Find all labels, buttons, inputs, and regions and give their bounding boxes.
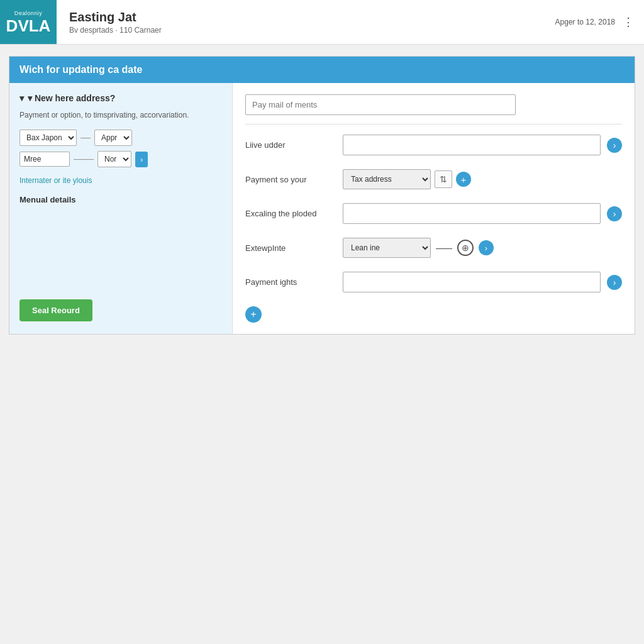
save-record-button[interactable]: Seal Reourd bbox=[19, 299, 92, 321]
main-card: Wich for updating ca date ▾ ▾ New here a… bbox=[9, 56, 635, 335]
connector-dashed: —— bbox=[436, 243, 452, 253]
field-excaling: Excaling the ploded › bbox=[245, 203, 622, 224]
link-internater[interactable]: Internater or ite ylouis bbox=[19, 176, 92, 185]
label-excaling: Excaling the ploded bbox=[245, 209, 336, 218]
select-tax-address-container: Tax address ⇅ + bbox=[343, 169, 471, 189]
dropdown-row-2: —— Nor › bbox=[19, 151, 222, 167]
circle-btn-excaling[interactable]: › bbox=[607, 206, 622, 221]
field-payment-ights: Payment ights › bbox=[245, 272, 622, 292]
label-liive-udder: Liive udder bbox=[245, 140, 336, 150]
card-body: ▾ ▾ New here address? Payment or option,… bbox=[9, 83, 635, 334]
header-right: Apger to 12, 2018 ⋮ bbox=[555, 15, 644, 29]
down-circle-icon[interactable]: ⊕ bbox=[457, 240, 474, 256]
dropdown-appr[interactable]: Appr bbox=[94, 130, 132, 146]
circle-btn-liive-udder[interactable]: › bbox=[607, 138, 622, 153]
field-payment-so-your: Payment so your Tax address ⇅ + bbox=[245, 169, 622, 189]
input-excaling[interactable] bbox=[343, 203, 601, 224]
logo-box: Dealonniy DVLA bbox=[0, 0, 57, 44]
page-title: Easting Jat bbox=[69, 10, 162, 25]
right-panel: Liive udder › Payment so your Tax addres… bbox=[233, 83, 635, 334]
card-header-title: Wich for updating ca date bbox=[19, 64, 142, 75]
input-mree[interactable] bbox=[19, 152, 70, 167]
section-title: ▾ ▾ New here address? bbox=[19, 93, 222, 103]
add-row-button[interactable]: + bbox=[245, 306, 262, 323]
select-lean-ine[interactable]: Lean ine bbox=[343, 238, 431, 258]
manual-details-title: Menual details bbox=[19, 195, 222, 204]
blue-arrow-button[interactable]: › bbox=[135, 152, 148, 167]
plus-btn-payment[interactable]: + bbox=[456, 172, 471, 187]
input-payment-ights[interactable] bbox=[343, 272, 601, 292]
description-text: Payment or option, to timsprivating, acc… bbox=[19, 109, 222, 121]
header-title-area: Easting Jat Bv desprtads · 110 Carnaer bbox=[57, 3, 174, 42]
connector-line: — bbox=[80, 132, 91, 143]
page-subtitle: Bv desprtads · 110 Carnaer bbox=[69, 26, 162, 35]
left-panel: ▾ ▾ New here address? Payment or option,… bbox=[9, 83, 233, 334]
top-input[interactable] bbox=[245, 94, 516, 115]
app-header: Dealonniy DVLA Easting Jat Bv desprtads … bbox=[0, 0, 644, 45]
connector-line-2: —— bbox=[74, 153, 94, 165]
field-extewpinte: ExtewpInte Lean ine —— ⊕ › bbox=[245, 238, 622, 258]
field-liive-udder: Liive udder › bbox=[245, 135, 622, 155]
card-header: Wich for updating ca date bbox=[9, 57, 635, 83]
dropdown-bax-japon[interactable]: Bax Japon bbox=[19, 130, 77, 146]
header-date: Apger to 12, 2018 bbox=[555, 18, 615, 26]
section-label: ▾ New here address? bbox=[28, 93, 115, 103]
section-arrow-icon: ▾ bbox=[19, 93, 24, 103]
label-payment-ights: Payment ights bbox=[245, 277, 336, 287]
select-tax-address[interactable]: Tax address bbox=[343, 169, 431, 189]
dropdown-row-1: Bax Japon — Appr bbox=[19, 130, 222, 146]
more-options-icon[interactable]: ⋮ bbox=[623, 15, 634, 29]
dropdown-nor[interactable]: Nor bbox=[97, 151, 131, 167]
circle-btn-payment-ights[interactable]: › bbox=[607, 275, 622, 290]
top-input-row bbox=[245, 94, 622, 125]
blue-arrow-extewp[interactable]: › bbox=[479, 240, 494, 255]
label-extewpinte: ExtewpInte bbox=[245, 243, 336, 253]
extewpinte-controls: Lean ine —— ⊕ › bbox=[343, 238, 494, 258]
sort-arrows-icon[interactable]: ⇅ bbox=[435, 170, 452, 188]
logo-top-text: Dealonniy bbox=[14, 10, 43, 16]
logo-main-text: DVLA bbox=[6, 18, 51, 34]
input-liive-udder[interactable] bbox=[343, 135, 601, 155]
label-payment-so-your: Payment so your bbox=[245, 175, 336, 184]
